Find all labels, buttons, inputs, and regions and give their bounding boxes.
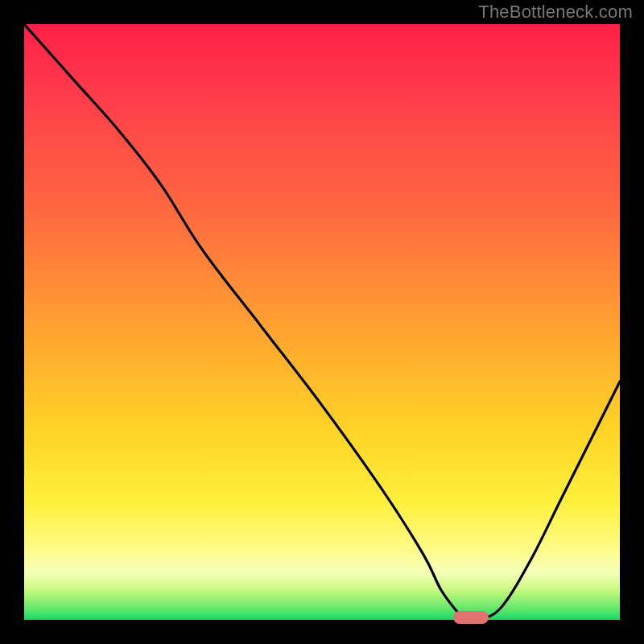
plot-area: [24, 24, 620, 620]
bottleneck-curve: [24, 24, 620, 620]
optimum-marker: [453, 611, 489, 624]
watermark-text: TheBottleneck.com: [478, 2, 633, 23]
chart-frame: TheBottleneck.com: [0, 0, 644, 644]
